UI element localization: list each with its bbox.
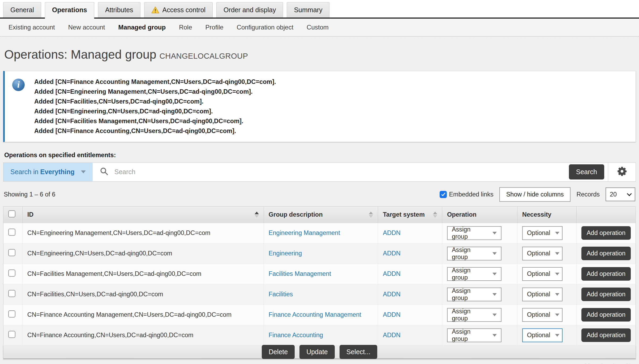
- necessity-select[interactable]: Optional: [522, 288, 563, 301]
- add-operation-button[interactable]: Add operation: [581, 267, 631, 281]
- column-header-group-description[interactable]: Group description: [264, 206, 378, 223]
- first-page-button[interactable]: «: [583, 359, 590, 364]
- show-hide-columns-button[interactable]: Show / hide columns: [499, 187, 571, 202]
- entitlement-id: CN=Engineering,CN=Users,DC=ad-qing00,DC=…: [27, 250, 172, 257]
- pagination: « ‹ › »: [583, 359, 633, 364]
- tab-access-control[interactable]: Access control: [144, 2, 213, 18]
- add-operation-button[interactable]: Add operation: [581, 247, 631, 260]
- target-system-link[interactable]: ADDN: [383, 270, 401, 277]
- tab-bar: General Operations Attributes Access con…: [0, 0, 639, 19]
- info-message: Added [CN=Finance Accounting Management,…: [34, 77, 276, 87]
- necessity-select[interactable]: Optional: [522, 226, 563, 240]
- info-box: i Added [CN=Finance Accounting Managemen…: [3, 71, 636, 142]
- operation-select[interactable]: Assign group: [447, 328, 501, 342]
- tab-label: Access control: [162, 6, 206, 14]
- select-button[interactable]: Select...: [340, 345, 377, 359]
- chevron-down-icon: [81, 170, 86, 173]
- row-checkbox[interactable]: [8, 290, 15, 297]
- chevron-down-icon: [492, 252, 497, 255]
- add-operation-button[interactable]: Add operation: [581, 288, 631, 301]
- search-bar: Search in Everything Search: [3, 162, 636, 182]
- necessity-select[interactable]: Optional: [522, 328, 563, 342]
- info-icon: i: [12, 79, 25, 91]
- last-page-button[interactable]: »: [625, 359, 633, 364]
- tab-label: Attributes: [105, 6, 133, 14]
- warning-icon: [151, 6, 159, 14]
- section-label: Operations on specified entitlements:: [4, 152, 635, 159]
- subtab-custom[interactable]: Custom: [307, 24, 329, 31]
- column-header-id[interactable]: ID: [22, 206, 264, 223]
- chevron-down-icon: [555, 314, 559, 316]
- embedded-links-checkbox[interactable]: [440, 191, 447, 198]
- chevron-down-icon: [555, 334, 559, 337]
- delete-button[interactable]: Delete: [262, 345, 295, 359]
- entitlements-table-body: CN=Engineering Management,CN=Users,DC=ad…: [3, 223, 636, 345]
- table-row: CN=Facilities Management,CN=Users,DC=ad-…: [3, 264, 636, 284]
- row-checkbox[interactable]: [8, 249, 15, 256]
- table-row: CN=Finance Accounting Management,CN=User…: [3, 305, 636, 325]
- subtab-managed-group[interactable]: Managed group: [118, 24, 166, 31]
- previous-page-button[interactable]: ‹: [599, 359, 603, 364]
- search-scope-dropdown[interactable]: Search in Everything: [3, 163, 93, 181]
- tab-operations[interactable]: Operations: [45, 2, 94, 19]
- select-all-checkbox[interactable]: [8, 210, 15, 217]
- info-message: Added [CN=Finance Accounting,CN=Users,DC…: [34, 126, 276, 136]
- table-footer: Delete Update Select...: [3, 346, 636, 359]
- row-checkbox[interactable]: [8, 310, 15, 318]
- tab-general[interactable]: General: [3, 2, 41, 18]
- operation-select[interactable]: Assign group: [447, 267, 501, 281]
- tab-summary[interactable]: Summary: [287, 2, 329, 18]
- info-message: Added [CN=Facilities,CN=Users,DC=ad-qing…: [34, 97, 276, 106]
- necessity-select[interactable]: Optional: [522, 247, 563, 260]
- add-operation-button[interactable]: Add operation: [581, 308, 631, 322]
- column-header-actions: [576, 206, 636, 223]
- operation-select[interactable]: Assign group: [447, 226, 501, 240]
- necessity-select[interactable]: Optional: [522, 267, 563, 281]
- tab-order-and-display[interactable]: Order and display: [216, 2, 283, 18]
- chevron-down-icon: [555, 252, 559, 255]
- chevron-down-icon: [492, 293, 497, 296]
- search-input[interactable]: [114, 168, 562, 176]
- tab-attributes[interactable]: Attributes: [98, 2, 140, 18]
- row-checkbox[interactable]: [8, 331, 15, 338]
- subtab-existing-account[interactable]: Existing account: [8, 24, 55, 31]
- group-description-link[interactable]: Facilities Management: [269, 270, 331, 277]
- records-select[interactable]: 20: [606, 187, 635, 201]
- sort-icon: [433, 212, 437, 218]
- add-operation-button[interactable]: Add operation: [581, 328, 631, 342]
- add-operation-button[interactable]: Add operation: [581, 226, 631, 240]
- target-system-link[interactable]: ADDN: [383, 229, 401, 236]
- subtab-role[interactable]: Role: [179, 24, 192, 31]
- row-checkbox[interactable]: [8, 229, 15, 236]
- group-description-link[interactable]: Finance Accounting: [269, 332, 323, 339]
- group-description-link[interactable]: Engineering Management: [269, 229, 340, 236]
- update-button[interactable]: Update: [299, 345, 335, 359]
- search-settings-button[interactable]: [608, 163, 636, 181]
- target-system-link[interactable]: ADDN: [383, 311, 401, 318]
- subtab-configuration-object[interactable]: Configuration object: [237, 24, 293, 31]
- subtab-profile[interactable]: Profile: [205, 24, 224, 31]
- records-label: Records: [576, 191, 600, 198]
- operation-select[interactable]: Assign group: [447, 288, 501, 301]
- info-messages: Added [CN=Finance Accounting Management,…: [34, 77, 276, 136]
- sort-ascending-icon: [255, 212, 259, 218]
- target-system-link[interactable]: ADDN: [383, 332, 401, 339]
- necessity-select[interactable]: Optional: [522, 308, 563, 322]
- chevron-down-icon: [555, 293, 559, 296]
- subtab-new-account[interactable]: New account: [68, 24, 105, 31]
- group-description-link[interactable]: Finance Accounting Management: [269, 311, 361, 318]
- operation-select[interactable]: Assign group: [447, 247, 501, 260]
- chevron-down-icon: [492, 314, 497, 316]
- search-button[interactable]: Search: [569, 164, 604, 179]
- operation-select[interactable]: Assign group: [447, 308, 501, 322]
- group-description-link[interactable]: Facilities: [269, 291, 293, 298]
- column-header-target-system[interactable]: Target system: [378, 206, 442, 223]
- target-system-link[interactable]: ADDN: [383, 250, 401, 257]
- target-system-link[interactable]: ADDN: [383, 291, 401, 298]
- next-page-button[interactable]: ›: [612, 359, 616, 364]
- row-checkbox[interactable]: [8, 269, 15, 277]
- group-description-link[interactable]: Engineering: [269, 250, 302, 257]
- tab-label: Operations: [52, 6, 87, 14]
- list-toolbar: Showing 1 – 6 of 6 Embedded links Show /…: [3, 182, 636, 206]
- entitlement-id: CN=Engineering Management,CN=Users,DC=ad…: [27, 229, 211, 236]
